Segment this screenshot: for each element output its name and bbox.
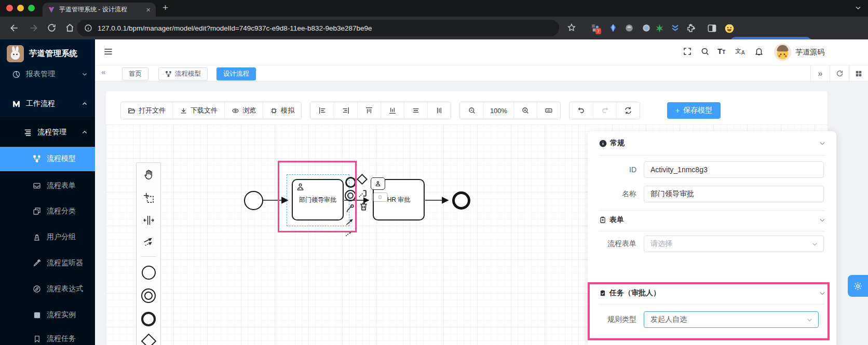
- close-window-button[interactable]: [6, 5, 13, 11]
- align-left-button[interactable]: [310, 102, 334, 119]
- sidebar-item-process-task[interactable]: 流程任务: [0, 328, 95, 345]
- font-size-icon[interactable]: TT: [717, 47, 725, 56]
- chevron-down-icon[interactable]: [819, 289, 826, 297]
- preview-button[interactable]: 浏览: [224, 102, 263, 119]
- bookmark-star-icon[interactable]: [567, 23, 576, 32]
- site-info-icon[interactable]: [84, 24, 92, 32]
- scroll-right-icon[interactable]: »: [810, 65, 830, 81]
- save-model-button[interactable]: + 保存模型: [667, 102, 721, 119]
- sidebar-item-process-category[interactable]: 流程分类: [0, 201, 95, 222]
- pad-change-type-wrench-icon[interactable]: [346, 204, 355, 213]
- sidebar-item-process-expression[interactable]: 流程表达式: [0, 279, 95, 299]
- lasso-tool[interactable]: [137, 192, 160, 204]
- tab-design-process[interactable]: 设计流程: [216, 67, 256, 80]
- reset-zoom-button[interactable]: [537, 102, 560, 119]
- chevron-down-icon[interactable]: [819, 216, 826, 224]
- notification-bell-icon[interactable]: [754, 47, 764, 56]
- name-input[interactable]: [644, 186, 824, 202]
- global-connect-tool[interactable]: [137, 236, 160, 247]
- hand-tool[interactable]: [137, 169, 160, 181]
- extension-icon-3[interactable]: [625, 23, 634, 33]
- section-form-header[interactable]: 表单: [599, 215, 826, 225]
- extension-icon-5[interactable]: [655, 23, 664, 33]
- download-file-button[interactable]: 下载文件: [172, 102, 224, 119]
- id-input[interactable]: [644, 161, 824, 178]
- extension-icon-4[interactable]: [642, 23, 651, 33]
- section-general-header[interactable]: 常规: [599, 139, 826, 148]
- end-event[interactable]: [452, 191, 470, 210]
- user-name[interactable]: 芋道源码: [795, 48, 824, 57]
- space-tool[interactable]: [137, 214, 160, 226]
- zoom-out-button[interactable]: [460, 102, 483, 119]
- fullscreen-icon[interactable]: [683, 47, 692, 56]
- side-panel-icon[interactable]: [707, 23, 717, 33]
- pad-append-subprocess[interactable]: [372, 192, 388, 202]
- pad-delete-trash-icon[interactable]: [359, 201, 369, 211]
- extension-icon-2[interactable]: [608, 23, 618, 33]
- language-icon[interactable]: 文A: [735, 47, 745, 56]
- user-task-dept-leader[interactable]: 部门领导审批: [292, 179, 344, 220]
- reload-icon[interactable]: [47, 23, 57, 33]
- back-icon[interactable]: [9, 23, 20, 33]
- align-top-button[interactable]: [357, 102, 381, 119]
- tab-search-icon[interactable]: [855, 4, 862, 11]
- pad-text-annotation-icon[interactable]: [358, 188, 369, 199]
- pad-connect-dashed-icon[interactable]: [345, 228, 355, 238]
- browser-tab[interactable]: 芋道管理系统 - 设计流程 ×: [43, 3, 156, 17]
- url-text[interactable]: 127.0.0.1/bpm/manager/model/edit?modelId…: [98, 24, 372, 32]
- rule-type-select[interactable]: 发起人自选: [644, 311, 819, 328]
- create-start-event[interactable]: [137, 266, 160, 280]
- pad-append-intermediate-event[interactable]: [345, 190, 356, 201]
- sidebar-item-process-listener[interactable]: 流程监听器: [0, 253, 95, 273]
- app-logo-row[interactable]: 芋道管理系统: [7, 45, 77, 62]
- create-gateway[interactable]: [137, 336, 160, 345]
- address-bar[interactable]: 127.0.0.1/bpm/manager/model/edit?modelId…: [77, 20, 559, 36]
- refresh-page-icon[interactable]: [830, 65, 849, 81]
- search-icon[interactable]: [700, 47, 710, 56]
- sidebar-item-workflow[interactable]: 工作流程: [0, 93, 95, 114]
- undo-button[interactable]: [569, 102, 593, 119]
- menu-hamburger-icon[interactable]: [103, 47, 113, 57]
- process-form-select[interactable]: 请选择: [644, 236, 824, 252]
- panel-settings-button[interactable]: [848, 275, 868, 297]
- tab-process-model[interactable]: 流程模型: [158, 67, 208, 80]
- sidebar-item-report[interactable]: 报表管理: [0, 64, 95, 85]
- chevron-down-icon[interactable]: [819, 140, 826, 147]
- open-file-button[interactable]: 打开文件: [121, 102, 172, 119]
- extension-icon-6[interactable]: [670, 23, 680, 33]
- pad-append-user-task[interactable]: [371, 177, 385, 190]
- close-tab-icon[interactable]: ×: [146, 6, 151, 13]
- restart-button[interactable]: [616, 102, 640, 119]
- section-task-header[interactable]: 任务（审批人）: [599, 288, 826, 298]
- extension-icon-1[interactable]: 7: [591, 23, 600, 33]
- create-end-event[interactable]: [137, 312, 160, 326]
- new-tab-button[interactable]: +: [162, 2, 168, 13]
- profile-avatar-icon[interactable]: [724, 23, 735, 34]
- tab-home[interactable]: 首页: [122, 67, 148, 80]
- sidebar-item-process-mgmt[interactable]: 流程管理: [0, 122, 95, 143]
- align-right-button[interactable]: [334, 102, 357, 119]
- pad-append-end-event[interactable]: [345, 177, 356, 188]
- start-event[interactable]: [244, 191, 263, 210]
- user-avatar[interactable]: [774, 44, 791, 61]
- pad-append-gateway[interactable]: [358, 175, 366, 183]
- align-center-horizontal-button[interactable]: [404, 102, 427, 119]
- align-bottom-button[interactable]: [381, 102, 404, 119]
- layout-grid-icon[interactable]: [849, 65, 868, 81]
- align-center-vertical-button[interactable]: [427, 102, 451, 119]
- sidebar-item-user-group[interactable]: 用户分组: [0, 227, 95, 247]
- extensions-puzzle-icon[interactable]: [686, 23, 696, 33]
- sidebar-item-process-model[interactable]: 流程模型: [0, 148, 95, 169]
- home-icon[interactable]: [65, 23, 75, 33]
- redo-button[interactable]: [593, 102, 616, 119]
- forward-icon[interactable]: [28, 23, 38, 33]
- simulate-button[interactable]: 模拟: [263, 102, 301, 119]
- pad-connect-icon[interactable]: [345, 217, 355, 227]
- zoom-in-button[interactable]: [513, 102, 537, 119]
- create-intermediate-event[interactable]: [137, 288, 160, 303]
- sidebar-item-process-form[interactable]: 流程表单: [0, 175, 95, 196]
- zoom-window-button[interactable]: [28, 5, 35, 11]
- minimize-window-button[interactable]: [17, 5, 24, 11]
- scroll-left-icon[interactable]: «: [101, 67, 105, 76]
- sidebar-item-process-instance[interactable]: 流程实例: [0, 305, 95, 325]
